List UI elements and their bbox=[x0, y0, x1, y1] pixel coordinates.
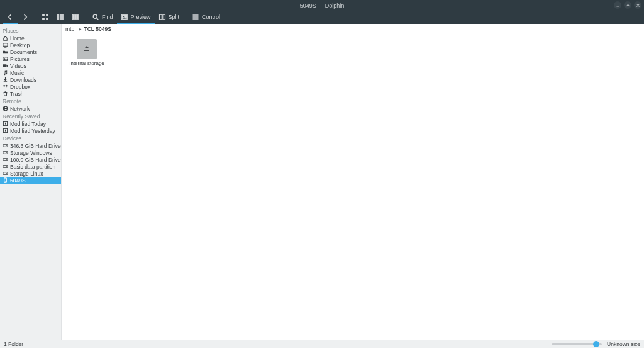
file-item[interactable]: Internal storage bbox=[68, 39, 106, 67]
svg-rect-14 bbox=[75, 14, 76, 20]
statusbar: 1 Folder Unknown size bbox=[0, 340, 644, 348]
svg-rect-11 bbox=[58, 18, 59, 20]
svg-point-16 bbox=[93, 14, 97, 18]
sidebar-item-label: Basic data partition bbox=[10, 164, 55, 170]
drive-icon bbox=[3, 164, 8, 169]
sidebar-header: Recently Saved bbox=[0, 112, 61, 120]
svg-rect-49 bbox=[84, 50, 89, 51]
find-button[interactable]: Find bbox=[88, 11, 117, 24]
split-button[interactable]: Split bbox=[155, 11, 184, 24]
sidebar-item-storage-linux[interactable]: Storage Linux bbox=[0, 170, 61, 177]
breadcrumb-segment[interactable]: mtp: bbox=[65, 26, 76, 32]
desktop-icon bbox=[3, 42, 8, 48]
sidebar-header: Places bbox=[0, 26, 61, 35]
svg-line-17 bbox=[97, 18, 99, 20]
svg-rect-3 bbox=[43, 14, 45, 16]
svg-point-42 bbox=[6, 159, 7, 160]
sidebar-item-label: Network bbox=[10, 106, 30, 112]
sidebar-item-modified-yesterday[interactable]: Modified Yesterday bbox=[0, 127, 61, 134]
sidebar-item-label: 5049S bbox=[10, 177, 26, 184]
sidebar-item-network[interactable]: Network bbox=[0, 105, 61, 112]
sidebar-item-label: Home bbox=[10, 35, 25, 42]
details-view-button[interactable] bbox=[68, 11, 83, 24]
sidebar-item-100-0-gib-hard-drive[interactable]: 100.0 GiB Hard Drive bbox=[0, 156, 61, 163]
control-menu-button[interactable]: Control bbox=[188, 11, 224, 24]
sidebar-item-346-6-gib-hard-drive[interactable]: 346.6 GiB Hard Drive bbox=[0, 142, 61, 149]
sidebar-item-downloads[interactable]: Downloads bbox=[0, 76, 61, 83]
sidebar-item-pictures[interactable]: Pictures bbox=[0, 55, 61, 62]
svg-rect-12 bbox=[60, 18, 63, 20]
sidebar-item-label: Storage Windows bbox=[10, 150, 52, 156]
svg-rect-25 bbox=[3, 43, 8, 47]
sidebar-item-label: Dropbox bbox=[10, 84, 30, 90]
close-button[interactable] bbox=[634, 1, 641, 9]
svg-rect-21 bbox=[162, 14, 165, 20]
music-icon bbox=[3, 70, 8, 76]
svg-rect-5 bbox=[43, 18, 45, 20]
drive-icon bbox=[3, 143, 8, 149]
zoom-handle[interactable] bbox=[593, 341, 599, 347]
breadcrumb-separator-icon: ▸ bbox=[79, 26, 82, 32]
minimize-button[interactable] bbox=[614, 1, 621, 9]
file-view[interactable]: Internal storage bbox=[62, 34, 644, 340]
breadcrumb-segment[interactable]: TCL 5049S bbox=[84, 26, 111, 32]
toolbar: Find Preview Split Control bbox=[0, 11, 644, 24]
recent-icon bbox=[3, 121, 8, 126]
sidebar-header: Devices bbox=[0, 134, 61, 142]
sidebar-item-modified-today[interactable]: Modified Today bbox=[0, 120, 61, 127]
zoom-slider[interactable] bbox=[552, 343, 602, 345]
places-panel: PlacesHomeDesktopDocumentsPicturesVideos… bbox=[0, 24, 61, 340]
removable-drive-icon bbox=[77, 39, 97, 59]
sidebar-item-documents[interactable]: Documents bbox=[0, 48, 61, 55]
compact-view-button[interactable] bbox=[53, 11, 68, 24]
content-area: mtp:▸TCL 5049S Internal storage bbox=[61, 24, 644, 340]
trash-icon bbox=[3, 91, 8, 96]
status-left: 1 Folder bbox=[4, 341, 23, 347]
sidebar-item-label: Pictures bbox=[10, 56, 30, 62]
back-button[interactable] bbox=[3, 11, 18, 24]
maximize-button[interactable] bbox=[624, 1, 631, 9]
folder-icon bbox=[3, 49, 8, 55]
preview-button[interactable]: Preview bbox=[117, 11, 155, 24]
sidebar-item-label: Videos bbox=[10, 63, 26, 69]
video-icon bbox=[3, 63, 8, 69]
forward-button[interactable] bbox=[18, 11, 33, 24]
sidebar-item-label: Music bbox=[10, 70, 24, 76]
sidebar-item-storage-windows[interactable]: Storage Windows bbox=[0, 149, 61, 156]
svg-point-40 bbox=[6, 152, 7, 153]
sidebar-item-dropbox[interactable]: Dropbox bbox=[0, 83, 61, 90]
svg-rect-9 bbox=[58, 16, 59, 18]
svg-rect-6 bbox=[47, 18, 48, 20]
window-title: 5049S — Dolphin bbox=[300, 3, 345, 9]
svg-rect-4 bbox=[47, 14, 48, 16]
status-right: Unknown size bbox=[607, 341, 640, 347]
sidebar-item-desktop[interactable]: Desktop bbox=[0, 42, 61, 48]
svg-rect-15 bbox=[77, 14, 78, 20]
sidebar-item-music[interactable]: Music bbox=[0, 69, 61, 76]
network-icon bbox=[3, 106, 8, 111]
phone-icon bbox=[3, 177, 8, 183]
sidebar-item-label: Modified Yesterday bbox=[10, 128, 55, 134]
svg-rect-13 bbox=[73, 14, 75, 20]
titlebar: 5049S — Dolphin bbox=[0, 0, 644, 11]
svg-rect-29 bbox=[3, 64, 6, 67]
sidebar-item-5049s[interactable]: 5049S bbox=[0, 177, 61, 184]
sidebar-item-videos[interactable]: Videos bbox=[0, 62, 61, 69]
drive-icon bbox=[3, 157, 8, 162]
sidebar-item-label: 100.0 GiB Hard Drive bbox=[10, 157, 61, 163]
sidebar-item-label: Downloads bbox=[10, 77, 36, 83]
sidebar-item-basic-data-partition[interactable]: Basic data partition bbox=[0, 163, 61, 170]
svg-point-44 bbox=[6, 166, 7, 167]
file-label: Internal storage bbox=[69, 61, 104, 67]
sidebar-item-home[interactable]: Home bbox=[0, 35, 61, 42]
svg-point-46 bbox=[6, 173, 7, 174]
download-icon bbox=[3, 77, 8, 82]
drive-icon bbox=[3, 150, 8, 155]
icons-view-button[interactable] bbox=[38, 11, 53, 24]
dropbox-icon bbox=[3, 84, 8, 89]
sidebar-header: Remote bbox=[0, 97, 61, 105]
sidebar-item-label: Trash bbox=[10, 91, 23, 97]
sidebar-item-trash[interactable]: Trash bbox=[0, 90, 61, 97]
svg-rect-8 bbox=[60, 14, 63, 16]
sidebar-item-label: Modified Today bbox=[10, 121, 46, 127]
